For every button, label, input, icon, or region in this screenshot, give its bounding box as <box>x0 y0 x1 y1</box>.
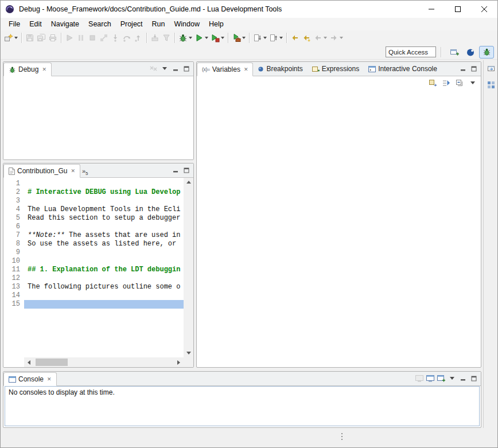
line-number[interactable]: 7 <box>3 231 20 240</box>
palette-icon[interactable] <box>487 80 496 91</box>
menu-window[interactable]: Window <box>170 18 204 30</box>
code-line[interactable]: The Lua Development Tools in the Ecli <box>24 205 184 214</box>
debug-view-tab[interactable]: Debug ✕ <box>3 63 52 76</box>
line-number[interactable]: 2 <box>3 188 20 197</box>
open-console-dropdown-caret[interactable] <box>446 373 457 384</box>
line-number[interactable]: 13 <box>3 283 20 291</box>
open-perspective-button[interactable] <box>447 46 462 59</box>
line-number[interactable]: 8 <box>3 240 20 248</box>
menu-run[interactable]: Run <box>147 18 170 30</box>
next-annotation-button[interactable] <box>252 32 268 44</box>
code-line[interactable] <box>24 248 184 257</box>
line-number[interactable]: 11 <box>3 266 20 274</box>
statusbar-grip[interactable] <box>341 433 343 440</box>
drop-to-frame-button[interactable] <box>149 32 161 44</box>
use-step-filters-button[interactable] <box>161 32 172 44</box>
external-tools-button[interactable] <box>231 32 247 44</box>
code-line[interactable]: **Note:** The assets that are used in <box>24 231 184 240</box>
restore-view-icon[interactable] <box>487 64 496 75</box>
coverage-button[interactable] <box>209 32 225 44</box>
editor-line-ruler[interactable]: 123456789101112131415 <box>3 178 24 357</box>
code-line[interactable] <box>24 223 184 231</box>
line-number[interactable]: 3 <box>3 197 20 205</box>
code-line[interactable] <box>24 291 184 300</box>
open-console-button[interactable] <box>435 373 446 384</box>
remove-all-terminated-button[interactable] <box>148 63 159 74</box>
close-icon[interactable]: ✕ <box>71 169 75 174</box>
code-line[interactable]: So use the assets as listed here, or <box>24 240 184 248</box>
line-number[interactable]: 14 <box>3 291 20 300</box>
editor-horizontal-scrollbar[interactable] <box>24 357 184 367</box>
minimize-view-button[interactable] <box>457 63 468 74</box>
line-number[interactable]: 12 <box>3 274 20 283</box>
quick-access-input[interactable] <box>386 46 436 57</box>
minimize-view-button[interactable] <box>457 373 468 384</box>
previous-edit-location-button[interactable] <box>301 32 312 44</box>
last-edit-location-button[interactable] <box>289 32 301 44</box>
debug-perspective-button[interactable] <box>479 46 494 59</box>
disconnect-button[interactable] <box>98 32 110 44</box>
debug-view-content[interactable] <box>3 76 193 160</box>
suspend-button[interactable] <box>75 32 87 44</box>
minimize-view-button[interactable] <box>170 63 181 74</box>
save-all-button[interactable] <box>36 32 47 44</box>
code-line[interactable] <box>24 180 184 188</box>
console-content[interactable]: No consoles to display at this time. <box>5 386 480 426</box>
menu-search[interactable]: Search <box>84 18 116 30</box>
debug-button[interactable] <box>177 32 193 44</box>
minimize-view-button[interactable] <box>170 165 181 176</box>
collapse-all-icon[interactable] <box>454 77 465 89</box>
run-button[interactable] <box>193 32 209 44</box>
forward-dropdown-caret[interactable] <box>340 37 343 39</box>
code-line[interactable]: ## 1. Explanation of the LDT debuggin <box>24 266 184 274</box>
view-menu-icon[interactable] <box>159 63 170 74</box>
menu-file[interactable]: File <box>4 18 25 30</box>
horizontal-scroll-thumb[interactable] <box>36 359 68 366</box>
menu-navigate[interactable]: Navigate <box>46 18 84 30</box>
tab-breakpoints[interactable]: Breakpoints <box>253 62 307 76</box>
line-number[interactable]: 15 <box>3 300 20 309</box>
scroll-left-icon[interactable] <box>24 357 34 367</box>
maximize-view-button[interactable] <box>181 63 192 74</box>
close-window-button[interactable] <box>471 1 497 18</box>
show-logical-structures-icon[interactable] <box>441 77 452 89</box>
close-icon[interactable]: ✕ <box>42 67 46 72</box>
clear-console-button[interactable] <box>414 373 425 384</box>
code-line[interactable] <box>24 274 184 283</box>
hidden-editors-chevron[interactable]: »5 <box>80 167 90 177</box>
line-number[interactable]: 5 <box>3 214 20 223</box>
new-wizard-button[interactable] <box>3 32 19 44</box>
scroll-up-icon[interactable] <box>186 181 191 184</box>
code-line[interactable] <box>24 257 184 266</box>
maximize-view-button[interactable] <box>468 373 479 384</box>
variables-content[interactable] <box>197 89 481 353</box>
code-line[interactable]: The following pictures outline some o <box>24 283 184 291</box>
scroll-down-icon[interactable] <box>186 352 191 354</box>
tab-variables[interactable]: (x)= Variables ✕ <box>197 63 253 76</box>
run-dropdown-caret[interactable] <box>205 37 208 39</box>
terminate-button[interactable] <box>87 32 98 44</box>
new-wizard-dropdown-caret[interactable] <box>14 37 18 39</box>
menu-edit[interactable]: Edit <box>25 18 46 30</box>
step-into-button[interactable] <box>110 32 121 44</box>
maximize-view-button[interactable] <box>181 165 192 176</box>
display-selected-console-button[interactable] <box>425 373 435 384</box>
maximize-window-button[interactable] <box>445 1 471 18</box>
code-line[interactable]: # Interactive DEBUG using Lua Develop <box>24 188 184 197</box>
tab-interactive-console[interactable]: Interactive Console <box>364 62 442 76</box>
scroll-right-icon[interactable] <box>174 357 184 367</box>
code-line[interactable] <box>24 300 184 309</box>
close-icon[interactable]: ✕ <box>244 67 248 72</box>
editor-vertical-scrollbar[interactable] <box>184 178 193 357</box>
back-dropdown-caret[interactable] <box>324 37 327 39</box>
menu-project[interactable]: Project <box>116 18 147 30</box>
code-line[interactable] <box>24 197 184 205</box>
next-annotation-dropdown-caret[interactable] <box>263 37 267 39</box>
close-icon[interactable]: ✕ <box>47 377 52 382</box>
tab-expressions[interactable]: Expressions <box>308 62 364 76</box>
step-return-button[interactable] <box>133 32 144 44</box>
coverage-dropdown-caret[interactable] <box>221 37 224 39</box>
resume-button[interactable] <box>64 32 75 44</box>
editor-text-area[interactable]: # Interactive DEBUG using Lua DevelopThe… <box>24 178 184 357</box>
console-tab[interactable]: Console ✕ <box>3 372 57 386</box>
